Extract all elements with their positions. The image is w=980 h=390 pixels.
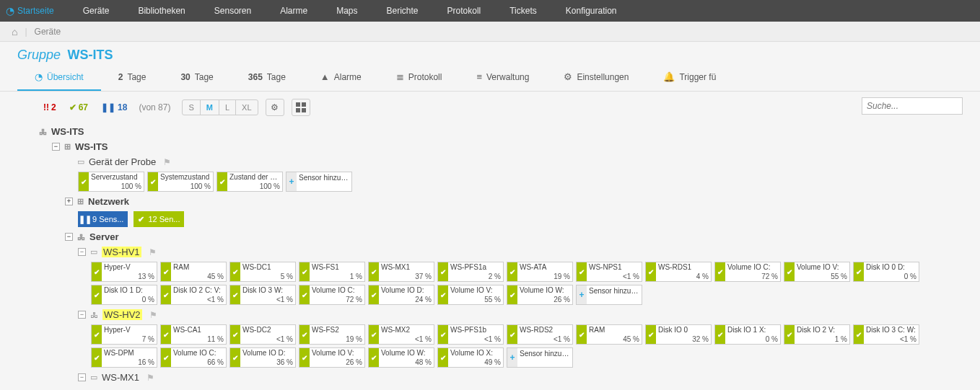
- nav-protocol[interactable]: Protokoll: [433, 0, 496, 22]
- tab-admin[interactable]: ≡ Verwaltung: [459, 64, 546, 91]
- nav-tickets[interactable]: Tickets: [495, 0, 551, 22]
- sensor-tile[interactable]: ✔Serverzustand100 %: [78, 172, 144, 192]
- tree-root[interactable]: 🖧 WS-ITS: [39, 125, 963, 138]
- sensor-tile[interactable]: ✔RAM45 %: [576, 324, 642, 345]
- tree-network[interactable]: + ⊞ Netzwerk: [65, 195, 963, 208]
- sensor-tile[interactable]: ✔Volume IO V:26 %: [299, 347, 365, 368]
- tab-alarms[interactable]: ▲ Alarme: [303, 64, 379, 91]
- sensor-tile[interactable]: ✔WS-RDS14 %: [645, 262, 712, 282]
- sensor-tile[interactable]: ✔Disk IO 032 %: [645, 324, 712, 345]
- add-sensor-button[interactable]: +Sensor hinzufügen: [286, 172, 352, 192]
- nav-devices[interactable]: Geräte: [69, 0, 124, 22]
- size-l[interactable]: L: [219, 100, 236, 115]
- sensor-tile[interactable]: ✔Disk IO 3 W:<1 %: [229, 285, 296, 305]
- add-sensor-button[interactable]: +Sensor hinzufügen: [507, 347, 573, 368]
- tab-30days[interactable]: 30 Tage: [163, 65, 230, 91]
- collapse-icon[interactable]: −: [65, 233, 73, 241]
- sensor-tile[interactable]: ✔WS-CA111 %: [160, 324, 227, 345]
- sensor-tile[interactable]: ✔WS-FS11 %: [299, 262, 365, 282]
- sensor-tile[interactable]: ✔Disk IO 2 V:1 %: [784, 324, 850, 345]
- sensor-tile[interactable]: ✔Volume IO V:55 %: [437, 285, 504, 305]
- tab-trigger-label: Trigger fü: [679, 72, 716, 82]
- tab-trigger[interactable]: 🔔 Trigger fü: [646, 64, 733, 91]
- tree-ws-mx1[interactable]: − ▭ WS-MX1 ⚑: [78, 371, 963, 384]
- tree-server[interactable]: − 🖧 Server: [65, 230, 963, 244]
- sensor-tile[interactable]: ✔Volume IO C:72 %: [714, 262, 781, 282]
- sensor-tile[interactable]: ✔WS-FS219 %: [299, 324, 365, 345]
- size-m[interactable]: M: [201, 100, 219, 115]
- sensor-name: WS-RDS1: [658, 263, 709, 271]
- sensor-value: 48 %: [415, 358, 432, 366]
- sensor-tile[interactable]: ✔Volume IO W:26 %: [507, 285, 573, 305]
- size-s[interactable]: S: [183, 100, 200, 115]
- collapse-icon[interactable]: −: [78, 373, 86, 381]
- tree-probe-device[interactable]: ▭ Gerät der Probe ⚑: [65, 155, 963, 169]
- flag-icon[interactable]: ⚑: [149, 247, 157, 257]
- sensor-tile[interactable]: ✔Hyper-V7 %: [91, 324, 157, 345]
- nav-config[interactable]: Konfiguration: [551, 0, 631, 22]
- count-error[interactable]: !! 2: [39, 101, 61, 114]
- network-ok-chip[interactable]: ✔ 12 Sen...: [134, 211, 184, 227]
- tab-2days[interactable]: 2 Tage: [101, 65, 164, 91]
- expand-icon[interactable]: +: [65, 198, 73, 205]
- nav-alarms[interactable]: Alarme: [266, 0, 322, 22]
- sensor-tile[interactable]: ✔Volume IO X:49 %: [437, 347, 504, 368]
- sensor-tile[interactable]: ✔WS-MX137 %: [368, 262, 434, 282]
- count-pause[interactable]: ❚❚ 18: [97, 101, 131, 114]
- tab-365days[interactable]: 365 Tage: [231, 65, 303, 91]
- settings-button[interactable]: ⚙: [266, 99, 284, 116]
- sensor-tile[interactable]: ✔Volume IO D:24 %: [368, 285, 434, 305]
- search-input[interactable]: [862, 97, 963, 115]
- home-icon[interactable]: ⌂: [6, 26, 23, 37]
- sensor-tile[interactable]: ✔Disk IO 2 C: V:<1 %: [160, 285, 227, 305]
- flag-icon[interactable]: ⚑: [146, 373, 154, 383]
- size-xl[interactable]: XL: [236, 100, 257, 115]
- collapse-icon[interactable]: −: [78, 311, 86, 319]
- tab-overview[interactable]: ◔ Übersicht: [17, 64, 101, 91]
- sensor-tile[interactable]: ✔WS-MX2<1 %: [368, 324, 434, 345]
- add-sensor-button[interactable]: +Sensor hinzufügen: [576, 285, 642, 305]
- home-link[interactable]: ◔ Startseite: [6, 5, 54, 17]
- sensor-tile[interactable]: ✔Hyper-V13 %: [91, 262, 157, 282]
- tab-protocol[interactable]: ≣ Protokoll: [379, 64, 460, 91]
- flag-icon[interactable]: ⚑: [149, 310, 157, 320]
- tree-ws-hv1[interactable]: − ▭ WS-HV1 ⚑: [78, 245, 963, 259]
- sensor-tile[interactable]: ✔Disk IO 1 X:0 %: [714, 324, 781, 345]
- count-ok[interactable]: ✔ 67: [65, 101, 92, 114]
- nav-maps[interactable]: Maps: [322, 0, 372, 22]
- sensor-tile[interactable]: ✔Volume IO C:66 %: [160, 347, 227, 368]
- collapse-icon[interactable]: −: [52, 143, 60, 151]
- flag-icon[interactable]: ⚑: [163, 157, 171, 167]
- collapse-icon[interactable]: −: [78, 248, 86, 256]
- tree-probe-group[interactable]: − ⊞ WS-ITS: [52, 140, 963, 154]
- tree-ws-hv2[interactable]: − 🖧 WS-HV2 ⚑: [78, 308, 963, 322]
- sensor-tile[interactable]: ✔Disk IO 0 D:0 %: [853, 262, 919, 282]
- nav-libraries[interactable]: Bibliotheken: [123, 0, 199, 22]
- bc-devices[interactable]: Geräte: [29, 27, 67, 37]
- sensor-tile[interactable]: ✔Volume IO W:48 %: [368, 347, 434, 368]
- tab-settings[interactable]: ⚙ Einstellungen: [546, 64, 646, 91]
- sensor-tile[interactable]: ✔WS-DPM16 %: [91, 347, 157, 368]
- sensor-tile[interactable]: ✔WS-PFS1b<1 %: [437, 324, 504, 345]
- sensor-tile[interactable]: ✔Disk IO 3 C: W:<1 %: [853, 324, 919, 345]
- sensor-tile[interactable]: ✔Zustand der Pr...100 %: [216, 172, 283, 192]
- network-paused-chip[interactable]: ❚❚ 9 Sens...: [78, 211, 128, 227]
- sensor-tile[interactable]: ✔WS-NPS1<1 %: [576, 262, 642, 282]
- sensor-tile[interactable]: ✔Systemzustand100 %: [147, 172, 214, 192]
- sensor-tile[interactable]: ✔Volume IO D:36 %: [229, 347, 296, 368]
- sensor-value: 11 %: [207, 335, 224, 343]
- network-ok-label: 12 Sen...: [148, 215, 180, 223]
- nav-sensors[interactable]: Sensoren: [200, 0, 266, 22]
- sensor-tile[interactable]: ✔WS-PFS1a2 %: [437, 262, 504, 282]
- sensor-tile[interactable]: ✔RAM45 %: [160, 262, 227, 282]
- sensor-tile[interactable]: ✔Volume IO V:55 %: [784, 262, 850, 282]
- sensor-tile[interactable]: ✔WS-DC15 %: [229, 262, 296, 282]
- sensor-tile[interactable]: ✔WS-DC2<1 %: [229, 324, 296, 345]
- sensor-tile[interactable]: ✔WS-RDS2<1 %: [507, 324, 573, 345]
- tiles-view-button[interactable]: [292, 99, 310, 116]
- breadcrumb: ⌂ | Geräte: [0, 22, 980, 42]
- sensor-tile[interactable]: ✔Disk IO 1 D:0 %: [91, 285, 157, 305]
- nav-reports[interactable]: Berichte: [372, 0, 433, 22]
- sensor-tile[interactable]: ✔WS-ATA19 %: [507, 262, 573, 282]
- sensor-tile[interactable]: ✔Volume IO C:72 %: [299, 285, 365, 305]
